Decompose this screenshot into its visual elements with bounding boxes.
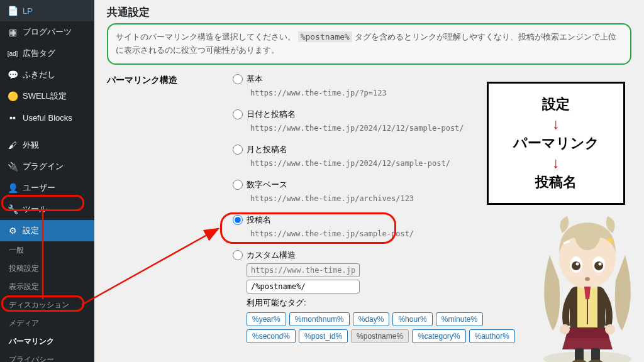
admin-sidebar: 📄LP ▦ブログパーツ [ad]広告タグ 💬ふきだし 🟡SWELL設定 ▪▪Us… bbox=[0, 0, 94, 362]
radio-custom[interactable] bbox=[233, 250, 243, 260]
tag-author[interactable]: %author% bbox=[469, 329, 515, 343]
sample-day-name: https://www.the-time.jp/2024/12/12/sampl… bbox=[247, 123, 468, 134]
svg-point-11 bbox=[560, 324, 570, 334]
instruction-callout: 設定 ↓ パーマリンク ↓ 投稿名 bbox=[487, 82, 625, 205]
speech-icon: 💬 bbox=[6, 69, 19, 81]
sidebar-label: 設定 bbox=[23, 225, 39, 236]
sidebar-label: ツール bbox=[23, 204, 47, 215]
sub-privacy[interactable]: プライバシー bbox=[0, 351, 94, 362]
svg-point-16 bbox=[572, 261, 580, 270]
sidebar-item-swell[interactable]: 🟡SWELL設定 bbox=[0, 85, 94, 107]
sub-media[interactable]: メディア bbox=[0, 314, 94, 332]
custom-base-input bbox=[247, 263, 360, 277]
sidebar-label: SWELL設定 bbox=[23, 90, 67, 102]
brush-icon: 🖌 bbox=[6, 139, 19, 151]
sidebar-label: 広告タグ bbox=[23, 48, 55, 59]
available-tags: %year% %monthnum% %day% %hour% %minute% … bbox=[247, 312, 517, 343]
radio-plain[interactable] bbox=[233, 74, 243, 84]
tag-monthnum[interactable]: %monthnum% bbox=[289, 312, 350, 326]
label-plain[interactable]: 基本 bbox=[247, 74, 263, 85]
down-arrow-icon: ↓ bbox=[496, 116, 616, 131]
tag-category[interactable]: %category% bbox=[412, 329, 465, 343]
down-arrow-icon: ↓ bbox=[496, 155, 616, 170]
sidebar-item-usefulblocks[interactable]: ▪▪Useful Blocks bbox=[0, 107, 94, 128]
sample-month-name: https://www.the-time.jp/2024/12/sample-p… bbox=[247, 158, 454, 169]
sub-reading[interactable]: 表示設定 bbox=[0, 278, 94, 296]
tag-postname[interactable]: %postname% bbox=[351, 329, 409, 343]
tag-year[interactable]: %year% bbox=[247, 312, 286, 326]
tag-day[interactable]: %day% bbox=[353, 312, 390, 326]
tag-hour[interactable]: %hour% bbox=[392, 312, 432, 326]
structure-label: パーマリンク構造 bbox=[107, 74, 233, 353]
section-title: 共通設定 bbox=[107, 5, 631, 19]
label-numeric[interactable]: 数字ベース bbox=[247, 179, 287, 190]
label-day-name[interactable]: 日付と投稿名 bbox=[247, 109, 296, 120]
sidebar-item-blogparts[interactable]: ▦ブログパーツ bbox=[0, 21, 94, 43]
sidebar-item-settings[interactable]: ⚙設定 bbox=[0, 220, 94, 241]
sidebar-label: プラグイン bbox=[23, 161, 64, 172]
tag-second[interactable]: %second% bbox=[247, 329, 296, 343]
gear-icon: ⚙ bbox=[6, 224, 19, 237]
sidebar-item-lp[interactable]: 📄LP bbox=[0, 0, 94, 21]
sidebar-item-users[interactable]: 👤ユーザー bbox=[0, 177, 94, 199]
callout-step-3: 投稿名 bbox=[496, 173, 616, 192]
sample-plain: https://www.the-time.jp/?p=123 bbox=[247, 87, 391, 99]
sample-numeric: https://www.the-time.jp/archives/123 bbox=[247, 193, 418, 204]
mascot-character bbox=[525, 205, 644, 362]
label-postname[interactable]: 投稿名 bbox=[247, 214, 271, 226]
sub-writing[interactable]: 投稿設定 bbox=[0, 260, 94, 278]
radio-postname[interactable] bbox=[233, 215, 243, 225]
svg-point-17 bbox=[594, 261, 603, 270]
svg-point-3 bbox=[543, 351, 631, 362]
svg-point-18 bbox=[576, 263, 579, 266]
sidebar-label: LP bbox=[23, 6, 33, 16]
sub-discussion[interactable]: ディスカッション bbox=[0, 296, 94, 314]
sidebar-item-tools[interactable]: 🔧ツール bbox=[0, 199, 94, 220]
info-text: サイトのパーマリンク構造を選択してください。 %postname% タグを含める… bbox=[116, 31, 623, 57]
sidebar-item-balloon[interactable]: 💬ふきだし bbox=[0, 64, 94, 85]
postname-tag: %postname% bbox=[298, 31, 352, 42]
tag-minute[interactable]: %minute% bbox=[436, 312, 483, 326]
sample-postname: https://www.the-time.jp/sample-post/ bbox=[247, 228, 418, 239]
wrench-icon: 🔧 bbox=[6, 203, 19, 216]
svg-point-20 bbox=[585, 277, 590, 281]
callout-step-2: パーマリンク bbox=[496, 134, 616, 153]
sub-general[interactable]: 一般 bbox=[0, 241, 94, 260]
radio-day-name[interactable] bbox=[233, 109, 243, 119]
info-box: サイトのパーマリンク構造を選択してください。 %postname% タグを含める… bbox=[107, 23, 631, 65]
radio-month-name[interactable] bbox=[233, 145, 243, 155]
tag-postid[interactable]: %post_id% bbox=[299, 329, 348, 343]
user-icon: 👤 bbox=[6, 182, 19, 194]
sub-permalink[interactable]: パーマリンク bbox=[0, 332, 94, 351]
grid-icon: ▦ bbox=[6, 26, 19, 38]
sidebar-label: ブログパーツ bbox=[23, 26, 72, 38]
callout-step-1: 設定 bbox=[496, 95, 616, 114]
sidebar-item-adtag[interactable]: [ad]広告タグ bbox=[0, 43, 94, 64]
sidebar-label: ふきだし bbox=[23, 69, 55, 80]
sidebar-label: ユーザー bbox=[23, 182, 55, 194]
label-custom[interactable]: カスタム構造 bbox=[247, 250, 296, 261]
label-month-name[interactable]: 月と投稿名 bbox=[247, 144, 287, 155]
swell-icon: 🟡 bbox=[6, 90, 19, 102]
sidebar-item-appearance[interactable]: 🖌外観 bbox=[0, 134, 94, 156]
radio-numeric[interactable] bbox=[233, 180, 243, 190]
sidebar-label: Useful Blocks bbox=[23, 113, 72, 123]
blocks-icon: ▪▪ bbox=[6, 111, 19, 124]
svg-point-19 bbox=[599, 263, 602, 266]
sidebar-label: 外観 bbox=[23, 140, 39, 151]
custom-structure-input[interactable] bbox=[247, 280, 360, 293]
plugin-icon: 🔌 bbox=[6, 160, 19, 173]
svg-point-12 bbox=[605, 324, 615, 334]
ad-icon: [ad] bbox=[6, 47, 19, 60]
page-icon: 📄 bbox=[6, 4, 19, 17]
sidebar-item-plugins[interactable]: 🔌プラグイン bbox=[0, 156, 94, 177]
